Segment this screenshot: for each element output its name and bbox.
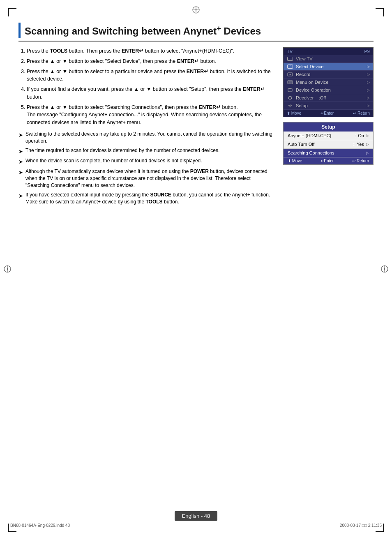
select-device-arrow: ▷	[367, 65, 370, 69]
right-compass-icon	[380, 265, 389, 275]
setup-footer-return: ↩ Return	[352, 159, 369, 163]
note-arrow-icon: ➤	[18, 131, 23, 139]
auto-turn-off-label: Auto Turn Off	[288, 142, 351, 147]
step-4: If you cannot find a device you want, pr…	[27, 85, 275, 101]
step-1: Press the TOOLS button. Then press the E…	[27, 47, 275, 55]
tv-footer-enter: ↵Enter	[321, 111, 334, 115]
tv-icon	[287, 56, 293, 61]
setup-row-anynet: Anynet+ (HDMI-CEC) : On ▷	[284, 132, 373, 140]
select-device-icon	[287, 64, 293, 69]
tv-footer-return: ↩ Return	[353, 111, 370, 115]
corner-mark-tr	[376, 8, 384, 16]
svg-point-31	[290, 104, 290, 104]
svg-point-33	[291, 105, 292, 106]
page-title: Scanning and Switching between Anynet+ D…	[25, 24, 261, 37]
svg-rect-12	[288, 57, 293, 61]
svg-point-30	[289, 105, 291, 106]
note-arrow-icon: ➤	[18, 148, 23, 156]
instructions-column: Press the TOOLS button. Then press the E…	[18, 47, 275, 208]
top-compass-icon	[192, 6, 200, 15]
tv-row-record: Record ▷	[284, 71, 373, 78]
tv-row-device-operation: Device Operation ▷	[284, 86, 373, 94]
select-device-label: Select Device	[296, 64, 367, 69]
note-3: ➤ When the device scan is complete, the …	[18, 157, 275, 166]
bottom-meta: BN68-01464A-Eng-0229.indd 48 2008-03-17 …	[0, 523, 392, 528]
receiver-label: Receiver :Off	[296, 95, 367, 100]
note-arrow-icon: ➤	[18, 158, 23, 166]
setup-row-searching: Searching Connections ▷	[284, 149, 373, 157]
tv-footer-move: ⬆ Move	[287, 111, 301, 115]
note-arrow-icon: ➤	[18, 192, 23, 200]
step-3: Press the ▲ or ▼ button to select to a p…	[27, 68, 275, 83]
bottom-bar: English - 48 BN68-01464A-Eng-0229.indd 4…	[0, 511, 392, 528]
content-area: Press the TOOLS button. Then press the E…	[18, 47, 374, 208]
record-label: Record	[296, 72, 367, 77]
setup-panel-header: Setup	[284, 122, 373, 132]
device-op-arrow: ▷	[367, 88, 370, 92]
setup-arrow: ▷	[367, 104, 370, 108]
auto-turn-off-arrow: ▷	[366, 142, 369, 146]
device-operation-icon	[287, 88, 293, 92]
device-operation-label: Device Operation	[296, 88, 367, 92]
setup-panel-footer: ⬆ Move ↵Enter ↩ Return	[284, 157, 373, 164]
tv-row-view-tv: View TV	[284, 55, 373, 63]
step-5-extra: The message "Configuring Anynet+ connect…	[27, 112, 262, 125]
main-content: Scanning and Switching between Anynet+ D…	[18, 23, 374, 507]
setup-menu-panel: Setup Anynet+ (HDMI-CEC) : On ▷ Auto Tur…	[283, 122, 374, 165]
tv-panel-footer: ⬆ Move ↵Enter ↩ Return	[284, 110, 373, 117]
bottom-meta-left: BN68-01464A-Eng-0229.indd 48	[10, 523, 70, 528]
bottom-meta-right: 2008-03-17 □□ 2:11:35	[340, 523, 382, 528]
step-5: Press the ▲ or ▼ button to select "Searc…	[27, 104, 275, 127]
setup-footer-enter: ↵Enter	[321, 159, 334, 163]
note-5: ➤ If you have selected external input mo…	[18, 192, 275, 206]
anynet-value: On	[358, 133, 364, 138]
receiver-icon	[287, 95, 293, 100]
tv-label: TV	[287, 49, 293, 54]
menu-device-arrow: ▷	[367, 80, 370, 84]
tv-row-setup: Setup ▷	[284, 102, 373, 110]
steps-list: Press the TOOLS button. Then press the E…	[18, 47, 275, 127]
menu-on-device-label: Menu on Device	[296, 80, 367, 85]
receiver-arrow: ▷	[367, 96, 370, 100]
tv-row-select-device: Select Device ▷	[284, 63, 373, 71]
page-label: English - 48	[175, 511, 218, 521]
tv-panel-header: TV P9	[284, 48, 373, 55]
tv-menu-panel: TV P9 View TV Select Device ▷	[283, 47, 374, 117]
setup-footer-move: ⬆ Move	[288, 159, 302, 163]
setup-row-auto-turn-off: Auto Turn Off : Yes ▷	[284, 140, 373, 149]
svg-point-20	[290, 74, 291, 75]
left-compass-icon	[3, 265, 12, 275]
title-accent-bar	[18, 23, 21, 38]
record-arrow: ▷	[367, 72, 370, 76]
svg-point-11	[384, 268, 385, 270]
anynet-arrow: ▷	[366, 134, 369, 138]
svg-point-34	[288, 105, 289, 106]
setup-title: Setup	[321, 124, 335, 130]
tv-row-menu-on-device: Menu on Device ▷	[284, 78, 373, 86]
svg-rect-25	[288, 88, 292, 92]
note-arrow-icon: ➤	[18, 168, 23, 177]
title-section: Scanning and Switching between Anynet+ D…	[18, 23, 374, 42]
step-2: Press the ▲ or ▼ button to select "Selec…	[27, 58, 275, 65]
svg-point-7	[7, 268, 8, 270]
svg-point-32	[290, 107, 290, 107]
svg-point-3	[196, 9, 197, 11]
note-4: ➤ Although the TV automatically scans de…	[18, 168, 275, 189]
record-icon	[287, 72, 293, 77]
searching-label: Searching Connections	[288, 150, 366, 155]
anynet-label: Anynet+ (HDMI-CEC)	[288, 133, 353, 138]
corner-mark-tl	[8, 8, 16, 16]
tv-row-receiver: Receiver :Off ▷	[284, 94, 373, 102]
auto-turn-off-value: Yes	[357, 142, 364, 147]
panels-column: TV P9 View TV Select Device ▷	[283, 47, 374, 208]
setup-label: Setup	[296, 103, 367, 108]
note-2: ➤ The time required to scan for devices …	[18, 147, 275, 156]
searching-arrow: ▷	[366, 151, 369, 155]
menu-on-device-icon	[287, 80, 293, 85]
setup-icon	[287, 103, 293, 108]
tv-channel: P9	[364, 49, 370, 54]
note-1: ➤ Switching to the selected devices may …	[18, 131, 275, 145]
